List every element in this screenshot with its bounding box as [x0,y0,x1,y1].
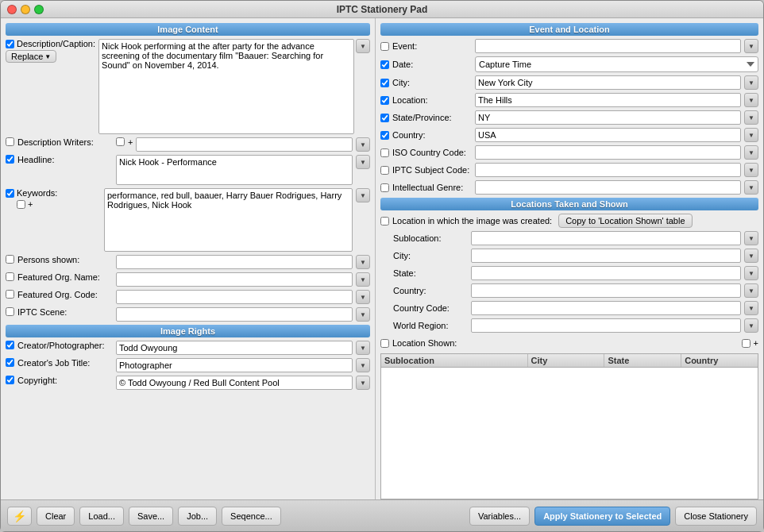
headline-checkbox[interactable] [6,155,14,164]
close-button[interactable] [7,5,17,14]
city-checkbox[interactable] [380,79,389,87]
minimize-button[interactable] [21,5,30,14]
keywords-label: Keywords: [17,188,57,198]
location-label: Location: [392,95,472,105]
state-province-input[interactable] [475,110,741,125]
creators-job-title-dropdown[interactable]: ▼ [356,358,370,372]
featured-org-name-checkbox[interactable] [6,272,14,281]
city-input[interactable] [475,75,741,90]
country-input[interactable] [475,128,741,142]
keywords-checkbox[interactable] [6,189,14,198]
load-button[interactable]: Load... [79,507,124,526]
city2-dropdown[interactable]: ▼ [744,249,758,263]
state-province-checkbox[interactable] [380,114,389,122]
persons-shown-checkbox[interactable] [6,255,14,264]
iptc-scene-checkbox[interactable] [6,307,14,316]
country-code-dropdown[interactable]: ▼ [744,301,758,315]
city-dropdown[interactable]: ▼ [744,75,758,90]
creator-photographer-checkbox[interactable] [6,341,14,349]
sublocation-dropdown[interactable]: ▼ [744,231,758,245]
description-writers-input[interactable] [136,137,353,152]
close-stationery-button[interactable]: Close Stationery [675,507,757,526]
event-input[interactable] [475,39,741,53]
keywords-textarea[interactable] [104,188,353,252]
state2-input[interactable] [471,266,741,280]
iso-country-code-input[interactable] [475,145,741,160]
creator-photographer-row: Creator/Photographer: ▼ [6,341,370,355]
lightning-icon: ⚡ [13,510,26,522]
persons-shown-label: Persons shown: [17,255,113,264]
state-province-dropdown[interactable]: ▼ [744,110,758,125]
country-dropdown[interactable]: ▼ [744,128,758,142]
country-code-input[interactable] [471,301,741,315]
iptc-subject-code-dropdown[interactable]: ▼ [744,163,758,177]
iptc-scene-input[interactable] [116,307,353,322]
maximize-button[interactable] [34,5,44,14]
featured-org-code-checkbox[interactable] [6,290,14,299]
intellectual-genre-checkbox[interactable] [380,183,389,192]
headline-dropdown[interactable]: ▼ [356,155,370,169]
iptc-subject-code-row: IPTC Subject Code: ▼ [380,163,758,177]
state2-dropdown[interactable]: ▼ [744,266,758,280]
featured-org-code-input[interactable] [116,290,353,304]
featured-org-name-dropdown[interactable]: ▼ [356,272,370,287]
keywords-dropdown[interactable]: ▼ [356,188,370,202]
save-button[interactable]: Save... [129,507,173,526]
world-region-input[interactable] [471,318,741,333]
job-button[interactable]: Job... [178,507,217,526]
iso-country-code-dropdown[interactable]: ▼ [744,145,758,160]
headline-textarea[interactable] [116,155,353,185]
location-checkbox[interactable] [380,96,389,105]
featured-org-code-dropdown[interactable]: ▼ [356,290,370,304]
city2-input[interactable] [471,249,741,263]
lightning-button[interactable]: ⚡ [7,507,32,526]
replace-button[interactable]: Replace ▼ [6,50,56,63]
date-select[interactable]: Capture Time [475,56,758,72]
featured-org-name-input[interactable] [116,272,353,287]
location-created-checkbox[interactable] [380,217,389,226]
description-writers-check2[interactable] [116,137,125,146]
copyright-input[interactable] [116,376,353,390]
sublocation-input[interactable] [471,231,741,245]
event-checkbox[interactable] [380,42,389,51]
country2-input[interactable] [471,283,741,298]
table-header-country: Country [681,354,758,367]
apply-stationery-button[interactable]: Apply Stationery to Selected [534,507,670,526]
keywords-check2[interactable] [17,200,25,209]
country2-dropdown[interactable]: ▼ [744,283,758,298]
iptc-subject-code-input[interactable] [475,163,741,177]
iptc-subject-code-checkbox[interactable] [380,166,389,175]
location-input[interactable] [475,93,741,107]
iso-country-code-checkbox[interactable] [380,148,389,157]
iptc-scene-dropdown[interactable]: ▼ [356,307,370,322]
copyright-dropdown[interactable]: ▼ [356,376,370,390]
description-textarea[interactable] [98,39,354,134]
world-region-dropdown[interactable]: ▼ [744,318,758,333]
creators-job-title-checkbox[interactable] [6,358,14,367]
location-dropdown[interactable]: ▼ [744,93,758,107]
creators-job-title-input[interactable] [116,358,353,372]
description-writers-checkbox[interactable] [6,137,14,146]
creator-photographer-input[interactable] [116,341,353,355]
location-created-row: Location in which the image was created:… [380,214,758,228]
persons-shown-dropdown[interactable]: ▼ [356,255,370,269]
country-checkbox[interactable] [380,131,389,140]
location-shown-checkbox[interactable] [380,339,389,348]
date-checkbox[interactable] [380,60,389,69]
clear-button[interactable]: Clear [37,507,75,526]
sequence-button[interactable]: Seqence... [222,507,281,526]
description-dropdown[interactable]: ▼ [356,39,370,53]
variables-button[interactable]: Variables... [469,507,530,526]
location-shown-check2[interactable] [742,339,750,348]
copyright-checkbox[interactable] [6,376,14,384]
creator-photographer-dropdown[interactable]: ▼ [356,341,370,355]
intellectual-genre-dropdown[interactable]: ▼ [744,180,758,195]
description-checkbox[interactable] [6,40,14,48]
event-dropdown[interactable]: ▼ [744,39,758,53]
location-shown-plus-icon: + [754,338,758,348]
persons-shown-input[interactable] [116,255,353,269]
copy-to-shown-button[interactable]: Copy to 'Location Shown' table [558,214,692,228]
intellectual-genre-input[interactable] [475,180,741,195]
iptc-scene-label: IPTC Scene: [17,307,113,317]
description-writers-dropdown[interactable]: ▼ [356,137,370,152]
